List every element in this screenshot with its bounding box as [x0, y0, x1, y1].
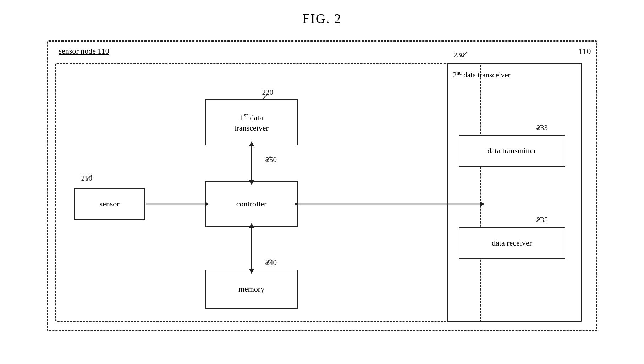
transceiver1-block: 1st datatransceiver	[205, 99, 298, 145]
data-receiver-label: data receiver	[492, 238, 532, 248]
sensor-block: sensor	[74, 188, 145, 220]
data-transmitter-block: data transmitter	[459, 135, 565, 167]
memory-label: memory	[238, 284, 264, 294]
transceiver2-label: 2nd data transceiver	[453, 70, 511, 79]
sensor-node-inner-box: 1st datatransceiver sensor controller me…	[55, 63, 481, 322]
controller-block: controller	[205, 181, 298, 227]
ref-210: 210	[81, 174, 93, 183]
ref-240: 240	[266, 258, 277, 267]
ref-235: 235	[537, 216, 548, 225]
transceiver2-box: 2nd data transceiver data transmitter da…	[447, 63, 582, 322]
ref-250: 250	[266, 155, 277, 164]
memory-block: memory	[205, 270, 298, 309]
controller-label: controller	[236, 199, 267, 209]
transceiver1-label: 1st datatransceiver	[234, 111, 269, 133]
ref-110: 110	[578, 46, 591, 56]
sensor-node-label: sensor node 110	[59, 46, 109, 56]
sensor-label: sensor	[99, 199, 119, 209]
ref-230: 230	[453, 51, 465, 60]
figure-title: FIG. 2	[302, 11, 342, 26]
ref-233: 233	[537, 123, 548, 132]
ref-220: 220	[262, 88, 274, 97]
data-transmitter-label: data transmitter	[488, 146, 536, 156]
transceiver2-arrows-svg	[448, 64, 581, 321]
data-receiver-block: data receiver	[459, 227, 565, 259]
outer-diagram-box: sensor node 110 110 1st datatransceiver …	[47, 40, 597, 331]
